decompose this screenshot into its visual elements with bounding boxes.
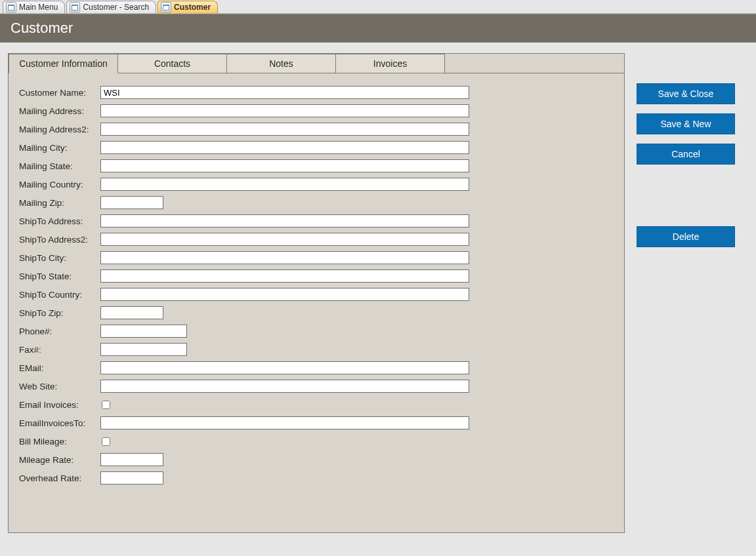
input-mailing-country[interactable] <box>100 178 469 191</box>
tab-customer-information[interactable]: Customer Information <box>9 54 118 73</box>
cancel-button[interactable]: Cancel <box>637 144 735 165</box>
label-customer-name: Customer Name: <box>19 88 100 98</box>
label-mailing-address2: Mailing Address2: <box>19 125 100 134</box>
input-email[interactable] <box>100 361 469 374</box>
doc-tab-main-menu[interactable]: Main Menu <box>3 1 65 13</box>
label-mailing-city: Mailing City: <box>19 143 100 153</box>
input-fax[interactable] <box>100 343 187 356</box>
label-bill-mileage: Bill Mileage: <box>19 437 100 447</box>
label-shipto-zip: ShipTo Zip: <box>19 308 100 318</box>
work-area: Customer Information Contacts Notes Invo… <box>0 43 756 556</box>
form-icon <box>161 2 171 12</box>
input-shipto-state[interactable] <box>100 269 469 283</box>
input-email-invoices-to[interactable] <box>100 416 469 429</box>
save-new-button[interactable]: Save & New <box>637 113 735 134</box>
doc-tab-customer-search[interactable]: Customer - Search <box>66 1 156 13</box>
tab-invoices[interactable]: Invoices <box>336 54 445 73</box>
page-title: Customer <box>0 14 756 43</box>
input-mailing-zip[interactable] <box>100 196 163 209</box>
input-shipto-city[interactable] <box>100 251 469 264</box>
label-email-invoices: Email Invoices: <box>19 400 100 410</box>
input-mailing-address[interactable] <box>100 104 469 117</box>
label-overhead-rate: Overhead Rate: <box>19 473 100 483</box>
form-tab-tail <box>445 54 624 73</box>
label-mailing-zip: Mailing Zip: <box>19 198 100 208</box>
label-shipto-city: ShipTo City: <box>19 253 100 263</box>
checkbox-email-invoices[interactable] <box>102 401 110 409</box>
input-shipto-address2[interactable] <box>100 233 469 246</box>
input-phone[interactable] <box>100 325 187 338</box>
button-spacer <box>637 174 735 217</box>
label-mileage-rate: Mileage Rate: <box>19 455 100 465</box>
save-close-button[interactable]: Save & Close <box>637 83 735 104</box>
document-tabstrip: Main Menu Customer - Search Customer <box>0 0 756 14</box>
customer-form-panel: Customer Information Contacts Notes Invo… <box>8 53 625 533</box>
doc-tab-label: Main Menu <box>19 3 58 12</box>
input-mileage-rate[interactable] <box>100 453 163 466</box>
input-overhead-rate[interactable] <box>100 471 163 485</box>
label-shipto-state: ShipTo State: <box>19 271 100 281</box>
doc-tab-customer[interactable]: Customer <box>158 1 218 13</box>
label-shipto-country: ShipTo Country: <box>19 290 100 300</box>
label-fax: Fax#: <box>19 345 100 355</box>
form-icon <box>6 2 16 12</box>
label-mailing-country: Mailing Country: <box>19 180 100 189</box>
tab-notes[interactable]: Notes <box>227 54 336 73</box>
tab-contacts[interactable]: Contacts <box>118 54 227 73</box>
input-shipto-address[interactable] <box>100 214 469 228</box>
label-website: Web Site: <box>19 382 100 391</box>
input-mailing-address2[interactable] <box>100 123 469 136</box>
delete-button[interactable]: Delete <box>637 226 735 247</box>
label-email: EMail: <box>19 363 100 373</box>
action-button-column: Save & Close Save & New Cancel Delete <box>637 83 735 247</box>
input-shipto-country[interactable] <box>100 288 469 301</box>
doc-tab-label: Customer - Search <box>83 3 149 12</box>
input-mailing-city[interactable] <box>100 141 469 154</box>
label-mailing-state: Mailing State: <box>19 161 100 171</box>
label-email-invoices-to: EmailInvoicesTo: <box>19 418 100 428</box>
input-mailing-state[interactable] <box>100 159 469 172</box>
label-mailing-address: Mailing Address: <box>19 106 100 116</box>
input-website[interactable] <box>100 380 469 393</box>
doc-tab-label: Customer <box>174 3 211 12</box>
input-customer-name[interactable] <box>100 86 469 99</box>
label-phone: Phone#: <box>19 327 100 336</box>
form-icon <box>70 2 80 12</box>
form-tab-row: Customer Information Contacts Notes Invo… <box>9 54 624 73</box>
checkbox-bill-mileage[interactable] <box>102 437 110 446</box>
label-shipto-address2: ShipTo Address2: <box>19 235 100 245</box>
label-shipto-address: ShipTo Address: <box>19 216 100 226</box>
form-body: Customer Name: Mailing Address: Mailing … <box>9 73 624 532</box>
input-shipto-zip[interactable] <box>100 306 163 319</box>
